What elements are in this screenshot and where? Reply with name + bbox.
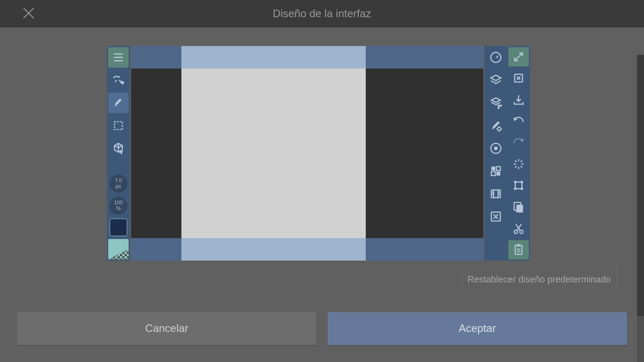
layers-icon bbox=[489, 73, 503, 87]
primary-color-button[interactable] bbox=[109, 218, 127, 236]
grid-icon bbox=[489, 164, 503, 178]
menu-button[interactable] bbox=[108, 47, 129, 68]
canvas-area[interactable] bbox=[131, 46, 483, 261]
delete-layer-button[interactable] bbox=[508, 69, 529, 88]
brush-size-value: 7.0 bbox=[115, 178, 122, 184]
svg-point-5 bbox=[498, 107, 500, 109]
pen-eraser-icon bbox=[112, 73, 125, 87]
copy-icon bbox=[512, 200, 525, 214]
svg-rect-28 bbox=[521, 188, 523, 190]
layers-add-button[interactable] bbox=[486, 93, 506, 113]
svg-rect-10 bbox=[496, 167, 500, 171]
scrollbar[interactable] bbox=[637, 55, 644, 362]
delete-layer-icon bbox=[512, 71, 525, 85]
import-button[interactable] bbox=[508, 90, 529, 109]
import-icon bbox=[512, 93, 525, 106]
canvas-bottom-highlight bbox=[181, 238, 366, 261]
undo-button[interactable] bbox=[508, 112, 529, 131]
stop-button[interactable] bbox=[486, 138, 506, 159]
navigation-button[interactable] bbox=[486, 47, 506, 68]
svg-rect-25 bbox=[514, 181, 517, 183]
svg-point-4 bbox=[500, 105, 502, 107]
transform-button[interactable] bbox=[508, 176, 529, 195]
pen-button[interactable] bbox=[108, 93, 129, 113]
svg-rect-1 bbox=[115, 122, 123, 130]
brush-settings-button[interactable] bbox=[486, 115, 506, 136]
film-icon bbox=[489, 187, 503, 201]
redo-icon bbox=[512, 136, 525, 149]
menu-icon bbox=[112, 51, 125, 64]
processing-button[interactable] bbox=[508, 154, 529, 174]
brush-size-button[interactable]: 7.0 px bbox=[109, 175, 127, 193]
svg-line-20 bbox=[515, 160, 517, 162]
page-title: Diseño de la interfaz bbox=[0, 8, 644, 20]
opacity-unit: % bbox=[116, 206, 121, 212]
canvas-top-highlight bbox=[181, 46, 366, 68]
close-icon bbox=[21, 6, 36, 21]
opacity-button[interactable]: 100 % bbox=[109, 197, 127, 215]
reference-tool-button[interactable] bbox=[108, 138, 129, 159]
svg-rect-34 bbox=[517, 244, 520, 247]
brush-size-unit: px bbox=[116, 184, 121, 189]
canvas-center[interactable] bbox=[131, 68, 483, 238]
cut-button[interactable] bbox=[508, 219, 529, 238]
navigation-icon bbox=[489, 51, 503, 64]
canvas-bottom-bar[interactable] bbox=[131, 238, 483, 261]
right-toolbar-1[interactable] bbox=[484, 46, 507, 261]
stop-icon bbox=[489, 142, 503, 155]
grid-button[interactable] bbox=[486, 161, 506, 181]
selection-icon bbox=[112, 119, 125, 132]
pen-icon bbox=[112, 96, 125, 110]
svg-rect-12 bbox=[496, 172, 500, 175]
close-button[interactable] bbox=[21, 6, 36, 22]
secondary-color-button[interactable] bbox=[108, 239, 129, 259]
svg-line-21 bbox=[521, 166, 522, 168]
fullscreen-button[interactable] bbox=[508, 47, 529, 66]
canvas-document bbox=[181, 68, 366, 238]
opacity-value: 100 bbox=[114, 200, 123, 206]
cancel-button[interactable]: Cancelar bbox=[17, 312, 316, 345]
svg-rect-8 bbox=[494, 147, 498, 150]
left-toolbar[interactable]: 7.0 px 100 % bbox=[107, 46, 130, 261]
cut-icon bbox=[512, 222, 525, 235]
svg-point-6 bbox=[498, 127, 501, 131]
svg-line-23 bbox=[521, 160, 522, 162]
cube-cursor-icon bbox=[112, 142, 125, 155]
paste-icon bbox=[512, 243, 525, 256]
pen-eraser-button[interactable] bbox=[108, 70, 129, 90]
scrollbar-thumb[interactable] bbox=[637, 55, 644, 316]
svg-point-3 bbox=[498, 105, 500, 107]
brush-settings-icon bbox=[489, 119, 503, 132]
processing-icon bbox=[512, 157, 525, 171]
svg-rect-11 bbox=[491, 172, 495, 175]
undo-icon bbox=[512, 115, 525, 128]
selection-button[interactable] bbox=[108, 115, 129, 136]
right-toolbar-2[interactable] bbox=[507, 46, 530, 261]
copy-button[interactable] bbox=[508, 197, 529, 217]
clear-button[interactable] bbox=[486, 206, 506, 227]
svg-rect-27 bbox=[514, 188, 517, 190]
svg-rect-26 bbox=[521, 181, 523, 183]
canvas-top-bar[interactable] bbox=[131, 46, 483, 68]
app-header: Diseño de la interfaz bbox=[0, 0, 644, 27]
svg-rect-30 bbox=[516, 205, 523, 212]
interface-layout-preview[interactable]: 7.0 px 100 % bbox=[107, 46, 530, 261]
clear-icon bbox=[489, 210, 503, 223]
main-content: 7.0 px 100 % bbox=[0, 27, 644, 362]
animation-button[interactable] bbox=[486, 184, 506, 204]
action-buttons-row: Cancelar Aceptar bbox=[0, 295, 644, 362]
transform-icon bbox=[512, 179, 525, 192]
reset-layout-button[interactable]: Restablecer diseño predeterminado bbox=[461, 266, 617, 293]
layers-add-icon bbox=[489, 96, 503, 110]
fullscreen-icon bbox=[512, 50, 525, 64]
svg-rect-9 bbox=[491, 167, 495, 171]
paste-button[interactable] bbox=[508, 240, 529, 259]
svg-line-22 bbox=[515, 166, 517, 168]
layers-button[interactable] bbox=[486, 70, 506, 90]
redo-button[interactable] bbox=[508, 133, 529, 152]
accept-button[interactable]: Aceptar bbox=[328, 312, 627, 345]
